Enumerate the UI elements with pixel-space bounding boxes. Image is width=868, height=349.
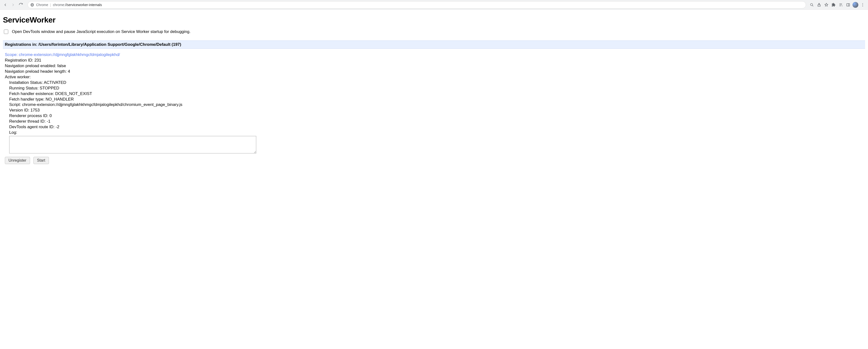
browser-toolbar: Chrome | chrome://serviceworker-internal… bbox=[0, 0, 868, 10]
fetch-handler-type: Fetch handler type: NO_HANDLER bbox=[5, 97, 864, 102]
log-label: Log: bbox=[5, 130, 864, 136]
url-text: chrome://serviceworker-internals bbox=[53, 3, 102, 7]
back-button[interactable] bbox=[2, 1, 9, 8]
active-worker-label: Active worker: bbox=[5, 75, 864, 80]
page-title: ServiceWorker bbox=[3, 16, 865, 25]
version-id: Version ID: 1753 bbox=[5, 108, 864, 113]
share-icon[interactable] bbox=[816, 1, 823, 8]
toolbar-right-icons bbox=[808, 1, 866, 8]
action-button-row: Unregister Start bbox=[5, 157, 864, 164]
debug-checkbox-label: Open DevTools window and pause JavaScrip… bbox=[12, 29, 191, 34]
debug-option-row[interactable]: Open DevTools window and pause JavaScrip… bbox=[3, 29, 865, 35]
site-label: Chrome bbox=[36, 3, 48, 7]
nav-preload-header-length: Navigation preload header length: 4 bbox=[5, 69, 864, 75]
reload-button[interactable] bbox=[18, 1, 24, 8]
renderer-thread-id: Renderer thread ID: -1 bbox=[5, 119, 864, 124]
forward-button[interactable] bbox=[10, 1, 17, 8]
nav-preload-enabled: Navigation preload enabled: false bbox=[5, 63, 864, 69]
registration-id: Registration ID: 231 bbox=[5, 58, 864, 63]
script-url: Script: chrome-extension://djjmngfglakhk… bbox=[5, 102, 864, 108]
debug-checkbox[interactable] bbox=[4, 30, 8, 34]
unregister-button[interactable]: Unregister bbox=[5, 157, 30, 164]
start-button[interactable]: Start bbox=[33, 157, 49, 164]
svg-point-2 bbox=[810, 3, 812, 6]
profile-avatar[interactable] bbox=[852, 1, 859, 8]
kebab-menu-icon[interactable] bbox=[859, 1, 866, 8]
svg-point-6 bbox=[862, 4, 863, 5]
fetch-handler-existence: Fetch handler existence: DOES_NOT_EXIST bbox=[5, 91, 864, 97]
side-panel-icon[interactable] bbox=[845, 1, 851, 8]
registration-block: Scope: chrome-extension://djjmngfglakhkh… bbox=[3, 49, 865, 165]
svg-point-5 bbox=[862, 3, 863, 4]
zoom-icon[interactable] bbox=[808, 1, 815, 8]
svg-rect-4 bbox=[847, 3, 849, 6]
bookmark-star-icon[interactable] bbox=[823, 1, 830, 8]
reading-list-icon[interactable] bbox=[837, 1, 844, 8]
renderer-process-id: Renderer process ID: 0 bbox=[5, 113, 864, 119]
devtools-agent-route-id: DevTools agent route ID: -2 bbox=[5, 124, 864, 130]
registrations-section-header: Registrations in: /Users/forinton/Librar… bbox=[3, 40, 865, 49]
svg-point-7 bbox=[862, 6, 863, 6]
scope-link[interactable]: Scope: chrome-extension://djjmngfglakhkh… bbox=[5, 52, 120, 57]
page-body: ServiceWorker Open DevTools window and p… bbox=[0, 10, 868, 168]
extensions-icon[interactable] bbox=[830, 1, 837, 8]
log-textarea[interactable] bbox=[9, 136, 256, 153]
running-status: Running Status: STOPPED bbox=[5, 86, 864, 91]
site-icon bbox=[30, 3, 34, 7]
installation-status: Installation Status: ACTIVATED bbox=[5, 80, 864, 86]
separator: | bbox=[50, 3, 51, 7]
address-bar[interactable]: Chrome | chrome://serviceworker-internal… bbox=[28, 1, 806, 8]
